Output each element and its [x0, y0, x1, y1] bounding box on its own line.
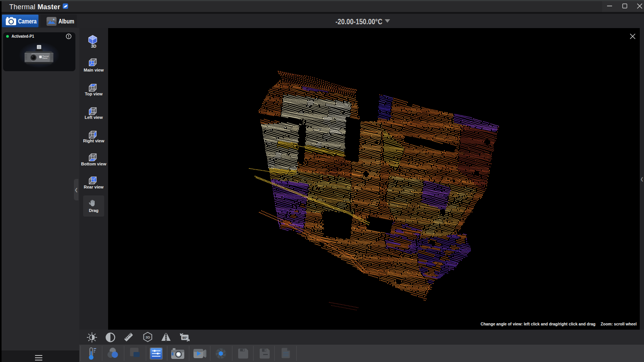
svg-text:Thermal: Thermal	[42, 55, 48, 57]
svg-text:90°: 90°	[182, 336, 187, 340]
svg-text:3D: 3D	[145, 335, 150, 339]
svg-text:Master: Master	[42, 57, 48, 59]
